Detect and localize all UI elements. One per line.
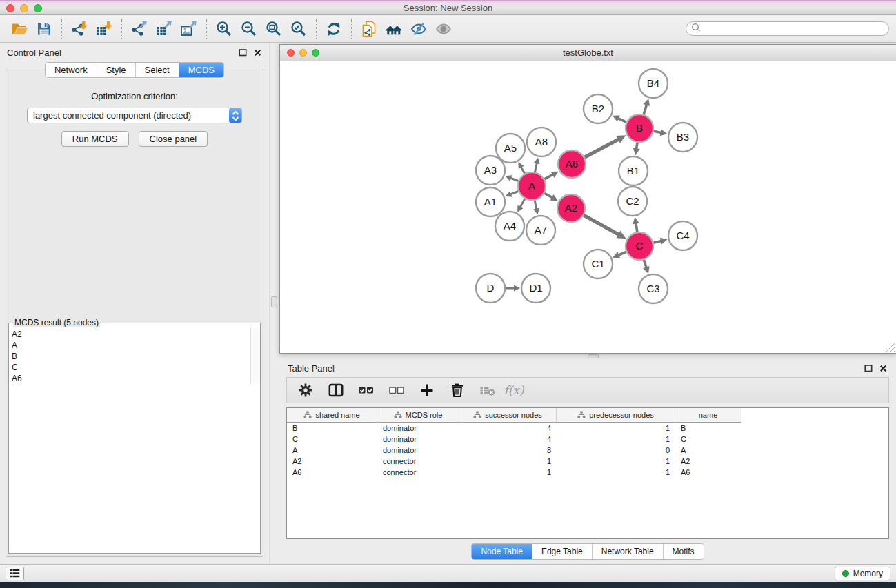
memory-button[interactable]: Memory — [835, 567, 890, 580]
import-table-icon[interactable] — [92, 18, 117, 40]
minimize-window-button[interactable] — [20, 4, 28, 12]
edge-A-A8[interactable] — [535, 163, 537, 172]
refresh-icon[interactable] — [321, 18, 346, 40]
maximize-view-button[interactable] — [312, 49, 319, 57]
edge-C-C1[interactable] — [618, 252, 626, 255]
close-panel-button[interactable]: Close panel — [139, 131, 208, 147]
vertical-splitter[interactable] — [269, 43, 279, 564]
edge-A-A3[interactable] — [510, 178, 518, 181]
table-tab-motifs[interactable]: Motifs — [663, 544, 704, 559]
zoom-out-icon[interactable] — [237, 18, 261, 40]
column-header-shared-name[interactable]: shared name — [287, 408, 377, 423]
split-columns-icon[interactable] — [323, 380, 349, 401]
column-header-predecessor-nodes[interactable]: predecessor nodes — [557, 408, 675, 423]
criterion-dropdown[interactable]: largest connected component (directed) — [27, 108, 242, 123]
open-folder-icon[interactable] — [7, 18, 32, 40]
scrollbar[interactable] — [250, 327, 260, 384]
tab-select[interactable]: Select — [135, 63, 179, 77]
edge-A-A7[interactable] — [535, 201, 537, 210]
hide-panel-icon[interactable] — [406, 18, 431, 40]
table-row[interactable]: A2connector11A2 — [287, 456, 888, 467]
titlebar: Session: New Session — [0, 0, 896, 15]
table-cell: dominator — [377, 434, 459, 445]
edge-C-C2[interactable] — [636, 223, 637, 232]
column-header-MCDS-role[interactable]: MCDS role — [377, 408, 459, 423]
table-tab-network-table[interactable]: Network Table — [592, 544, 663, 559]
table-row[interactable]: A6connector11A6 — [287, 467, 888, 478]
search-box[interactable] — [686, 21, 889, 36]
minimize-view-button[interactable] — [299, 49, 307, 57]
table-cell: connector — [377, 456, 459, 467]
edge-A-A4[interactable] — [520, 199, 525, 207]
table-row[interactable]: Cdominator41C — [287, 434, 888, 445]
run-mcds-button[interactable]: Run MCDS — [61, 131, 129, 147]
table-row[interactable]: Adominator80A — [287, 445, 888, 456]
network-canvas[interactable]: B4B2BB3A8A5A6A3B1AA1C2A2A4A7C4CC1C3DD1 — [280, 61, 896, 353]
edge-C-C3[interactable] — [644, 260, 646, 268]
float-panel-icon[interactable] — [864, 364, 873, 373]
deselect-all-icon[interactable] — [384, 380, 410, 401]
table-cell: C — [675, 434, 741, 445]
mcds-result-item[interactable]: A2 — [12, 329, 260, 340]
edge-B-B1[interactable] — [637, 143, 637, 150]
delete-row-icon[interactable] — [444, 380, 470, 401]
close-window-button[interactable] — [6, 4, 14, 12]
export-image-icon[interactable] — [177, 18, 201, 40]
export-network-icon[interactable] — [127, 18, 152, 40]
search-input[interactable] — [704, 24, 884, 34]
close-panel-icon[interactable] — [253, 48, 262, 57]
table-row[interactable]: Bdominator41B — [287, 423, 888, 434]
edge-A-A5[interactable] — [521, 167, 524, 174]
table-tab-node-table[interactable]: Node Table — [472, 544, 532, 559]
delete-table-icon[interactable] — [475, 380, 501, 401]
zoom-fit-icon[interactable] — [261, 18, 286, 40]
edge-B-B4[interactable] — [644, 105, 646, 114]
edge-B-B2[interactable] — [618, 119, 626, 123]
zoom-selected-icon[interactable] — [286, 18, 311, 40]
network-view-window: testGlobe.txt B4B2BB3A8A5A6A3B1AA1C2A2A4… — [279, 44, 896, 354]
mcds-result-item[interactable]: A — [12, 340, 260, 351]
table-tab-edge-table[interactable]: Edge Table — [532, 544, 592, 559]
network-window-titlebar[interactable]: testGlobe.txt — [280, 45, 896, 61]
node-label-B2: B2 — [592, 103, 604, 114]
edge-A-A2[interactable] — [544, 193, 552, 198]
add-row-icon[interactable] — [414, 380, 440, 401]
tab-network[interactable]: Network — [46, 63, 97, 77]
import-network-icon[interactable] — [67, 18, 92, 40]
float-panel-icon[interactable] — [238, 48, 247, 57]
close-view-button[interactable] — [287, 49, 295, 57]
edge-C-C4[interactable] — [653, 241, 661, 243]
tab-mcds[interactable]: MCDS — [179, 63, 223, 77]
save-icon[interactable] — [32, 18, 57, 40]
export-table-icon[interactable] — [152, 18, 177, 40]
table-cell: 0 — [557, 445, 675, 456]
home-views-icon[interactable] — [381, 18, 406, 40]
network-graph[interactable]: B4B2BB3A8A5A6A3B1AA1C2A2A4A7C4CC1C3DD1 — [280, 61, 895, 353]
mcds-result-item[interactable]: C — [12, 362, 260, 373]
column-header-successor-nodes[interactable]: successor nodes — [459, 408, 557, 423]
edge-A2-C[interactable] — [584, 215, 619, 234]
mcds-result-item[interactable]: A6 — [12, 373, 260, 384]
show-panel-icon[interactable] — [431, 18, 456, 40]
close-panel-icon[interactable] — [879, 364, 888, 373]
edge-A6-B[interactable] — [585, 139, 619, 157]
edge-A-A1[interactable] — [510, 192, 518, 194]
edge-B-B3[interactable] — [654, 131, 661, 132]
zoom-in-icon[interactable] — [212, 18, 237, 40]
task-history-button[interactable] — [6, 567, 24, 580]
splitter-handle[interactable] — [271, 296, 277, 307]
fullscreen-window-button[interactable] — [34, 4, 42, 12]
clone-network-icon[interactable] — [357, 18, 381, 40]
splitter-handle[interactable] — [588, 354, 599, 358]
horizontal-splitter[interactable] — [279, 354, 896, 359]
node-table[interactable]: shared nameMCDS rolesuccessor nodesprede… — [286, 407, 889, 539]
mcds-result-item[interactable]: B — [12, 351, 260, 362]
select-all-icon[interactable] — [353, 380, 379, 401]
function-builder-icon[interactable]: f(x) — [501, 380, 527, 401]
column-header-name[interactable]: name — [675, 408, 741, 423]
control-panel: Control Panel NetworkStyleSelectMCDS Opt… — [0, 43, 269, 564]
tab-style[interactable]: Style — [97, 63, 135, 77]
edge-A-A6[interactable] — [544, 174, 552, 179]
gear-icon[interactable] — [292, 380, 319, 401]
application-window: Session: New Session Control Panel Netwo… — [0, 0, 896, 588]
